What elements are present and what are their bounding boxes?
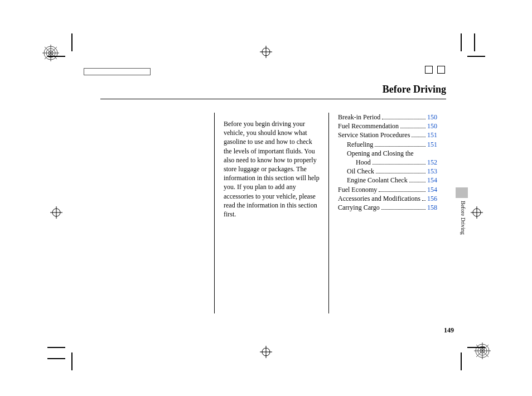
toc-page-link[interactable]: 156: [427, 194, 437, 203]
registration-rosette-icon: [474, 342, 491, 359]
toc-label: Oil Check: [347, 167, 374, 176]
column-intro: Before you begin driving your vehicle, y…: [214, 113, 328, 313]
toc-label: Accessories and Modifications: [338, 194, 420, 203]
page-content: Before Driving Before you begin driving …: [100, 84, 446, 323]
toc-label: Carrying Cargo: [338, 203, 380, 212]
toc-leader-dots: [373, 164, 425, 165]
toc-entry: Accessories and Modifications156: [338, 194, 437, 203]
title-rule: [100, 99, 446, 99]
toc-leader-dots: [375, 146, 425, 147]
toc-leader-dots: [400, 128, 425, 128]
thumb-tab-label: Before Driving: [460, 201, 466, 235]
toc-page-link[interactable]: 150: [427, 113, 437, 122]
registration-mark-icon: [471, 206, 483, 219]
toc-entry: Service Station Procedures151: [338, 131, 437, 139]
crop-mark: [467, 56, 485, 57]
toc-label: Break-in Period: [338, 113, 380, 122]
page-number: 149: [444, 326, 454, 335]
toc-entry: Hood152: [338, 158, 437, 167]
toc-label: Refueling: [347, 140, 373, 149]
printer-square-mark: [437, 66, 445, 74]
toc-leader-dots: [409, 182, 425, 182]
toc-entry: Oil Check153: [338, 167, 437, 176]
printer-square-mark: [425, 66, 433, 74]
toc-leader-dots: [381, 209, 425, 210]
toc-page-link[interactable]: 154: [427, 185, 437, 194]
toc-label: Hood: [356, 158, 371, 167]
crop-mark: [461, 352, 462, 370]
crop-mark: [47, 347, 65, 348]
toc-entry: Engine Coolant Check154: [338, 176, 437, 185]
crop-mark: [71, 352, 72, 370]
toc-leader-dots: [382, 119, 425, 119]
toc-label: Service Station Procedures: [338, 131, 410, 139]
toc-page-link[interactable]: 158: [427, 203, 437, 212]
section-title: Before Driving: [100, 84, 446, 95]
registration-mark-icon: [260, 46, 272, 58]
toc-entry: Fuel Recommendation150: [338, 122, 437, 131]
toc-page-link[interactable]: 150: [427, 122, 437, 131]
crop-mark: [461, 33, 462, 51]
registration-mark-icon: [260, 346, 272, 358]
toc-label: Engine Coolant Check: [347, 176, 408, 185]
toc-leader-dots: [422, 200, 425, 201]
toc-leader-dots: [379, 191, 425, 192]
toc-page-link[interactable]: 151: [427, 140, 437, 149]
crop-mark: [71, 33, 72, 51]
toc-page-link[interactable]: 153: [427, 167, 437, 176]
registration-rosette-icon: [42, 45, 59, 61]
toc-leader-dots: [376, 173, 425, 173]
column-blank-left: [100, 113, 214, 313]
column-toc: Break-in Period150Fuel Recommendation150…: [328, 113, 446, 313]
toc-page-link[interactable]: 151: [427, 131, 437, 139]
crop-mark: [474, 33, 475, 51]
intro-paragraph: Before you begin driving your vehicle, y…: [224, 119, 320, 219]
toc-page-link[interactable]: 152: [427, 158, 437, 167]
toc-entry: Break-in Period150: [338, 113, 437, 122]
toc-leader-dots: [412, 137, 425, 137]
toc-entry: Fuel Economy154: [338, 185, 437, 194]
registration-mark-icon: [50, 206, 62, 219]
toc-label: Fuel Recommendation: [338, 122, 399, 131]
toc-label: Opening and Closing the: [347, 149, 414, 158]
toc-label: Fuel Economy: [338, 185, 377, 194]
toc-entry: Refueling151: [338, 140, 437, 149]
column-container: Before you begin driving your vehicle, y…: [100, 113, 446, 313]
thumb-tab: [456, 187, 468, 198]
toc-entry: Opening and Closing the: [338, 149, 437, 158]
toc-page-link[interactable]: 154: [427, 176, 437, 185]
toc-entry: Carrying Cargo158: [338, 203, 437, 212]
printer-slug-box: [84, 68, 151, 75]
crop-mark: [47, 358, 65, 359]
